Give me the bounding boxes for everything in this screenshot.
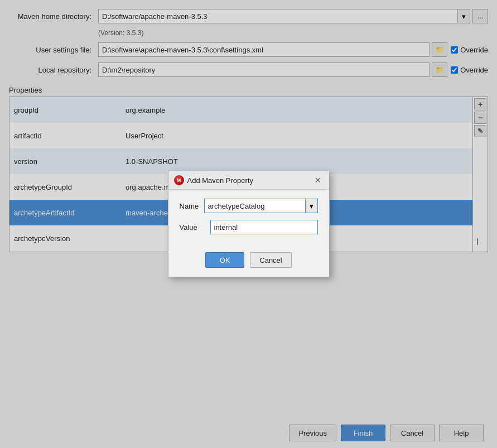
modal-value-input[interactable]: [210, 220, 318, 234]
modal-body: Name ▾ Value: [168, 190, 329, 250]
modal-footer: OK Cancel: [168, 250, 329, 277]
modal-name-label: Name: [180, 202, 204, 210]
modal-maven-icon: M: [174, 175, 184, 185]
modal-cancel-btn[interactable]: Cancel: [250, 252, 291, 268]
modal-ok-btn[interactable]: OK: [205, 252, 244, 268]
modal-value-row: Value: [180, 220, 318, 234]
close-icon: ✕: [315, 176, 321, 185]
modal-close-btn[interactable]: ✕: [312, 175, 324, 186]
modal-dropdown-arrow-icon: ▾: [310, 202, 313, 210]
modal-name-input[interactable]: [204, 199, 306, 213]
modal-title-text: Add Maven Property: [187, 176, 254, 185]
modal-name-input-group: ▾: [204, 199, 318, 213]
modal-name-row: Name ▾: [180, 199, 318, 213]
modal-overlay: M Add Maven Property ✕ Name ▾ Value: [0, 0, 497, 448]
modal-title-bar: M Add Maven Property ✕: [168, 171, 329, 190]
modal-name-dropdown-btn[interactable]: ▾: [306, 199, 318, 213]
modal-dialog: M Add Maven Property ✕ Name ▾ Value: [168, 171, 330, 277]
modal-title-left: M Add Maven Property: [174, 175, 254, 185]
modal-value-label: Value: [180, 223, 210, 232]
